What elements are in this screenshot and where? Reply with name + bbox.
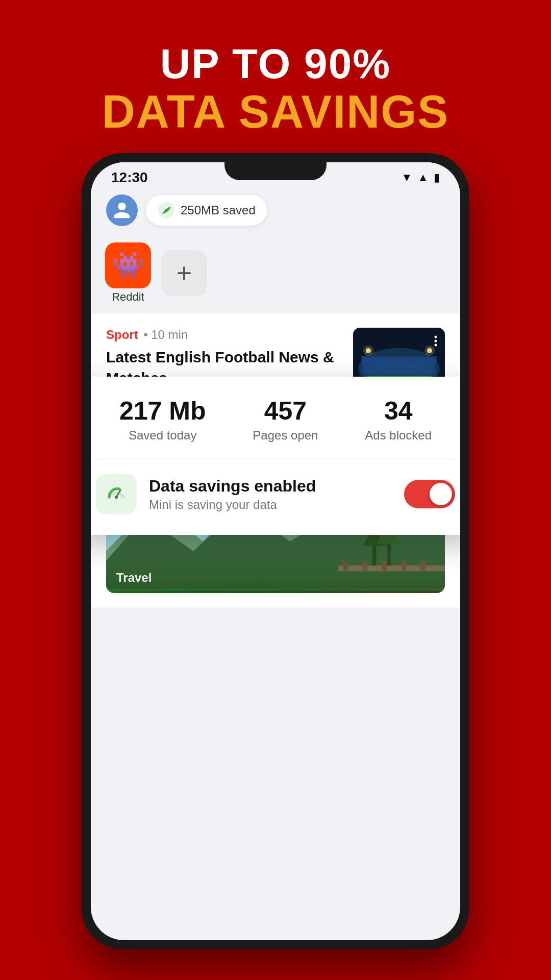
stats-row: 217 Mb Saved today 457 Pages open 34 Ads… [96,397,455,458]
svg-rect-27 [402,560,406,571]
news-category: Sport [106,328,138,341]
phone-screen: 12:30 ▼ ▲ ▮ 250MB saved [91,162,460,940]
plus-icon: + [177,260,192,286]
stat-pages-open: 457 Pages open [253,397,318,443]
svg-rect-25 [363,560,367,571]
data-savings-toggle[interactable] [404,480,455,508]
saved-today-label: Saved today [119,428,206,443]
savings-text: Data savings enabled Mini is saving your… [149,477,392,512]
svg-rect-8 [363,358,435,374]
browser-topbar: 250MB saved [91,190,460,233]
battery-icon: ▮ [434,171,440,184]
svg-rect-24 [343,560,348,571]
ads-blocked-label: Ads blocked [365,428,432,443]
reddit-tab-label: Reddit [112,290,144,304]
ads-blocked-value: 34 [365,397,432,425]
wifi-icon: ▼ [401,171,412,184]
promo-section: UP TO 90% DATA SAVINGS [0,0,551,158]
svg-rect-23 [338,566,445,571]
avatar[interactable] [106,194,138,226]
svg-point-12 [424,346,435,356]
news-time-since: • 10 min [143,328,188,341]
status-time: 12:30 [111,169,148,186]
svg-point-13 [435,336,437,338]
savings-icon-bg [96,474,137,514]
headline-image-label: Travel [116,571,152,585]
pages-open-label: Pages open [253,428,318,443]
tabs-area: 👾 Reddit + [91,233,460,313]
add-tab-button[interactable]: + [161,250,207,296]
promo-line1: UP TO 90% [0,41,551,87]
reddit-tab[interactable]: 👾 Reddit [105,242,151,304]
svg-rect-26 [382,560,387,571]
saved-badge-text: 250MB saved [181,203,256,217]
stat-ads-blocked: 34 Ads blocked [365,397,432,443]
news-meta: Sport • 10 min [106,328,343,342]
stat-saved-today: 217 Mb Saved today [119,397,206,443]
data-savings-icon [103,481,130,507]
phone-notch [224,162,327,180]
reddit-logo: 👾 [112,250,145,281]
data-saved-badge: 250MB saved [146,195,267,226]
reddit-icon-bg: 👾 [105,242,151,288]
promo-line2: DATA SAVINGS [0,87,551,137]
saved-today-value: 217 Mb [119,397,206,425]
svg-point-11 [363,346,373,356]
savings-subtitle: Mini is saving your data [149,498,392,512]
savings-title: Data savings enabled [149,477,392,496]
add-tab[interactable]: + [161,250,207,296]
svg-rect-28 [421,560,425,571]
svg-point-31 [115,496,118,499]
data-savings-row: Data savings enabled Mini is saving your… [96,474,455,514]
user-icon [112,201,132,220]
signal-icon: ▲ [417,171,429,184]
leaf-icon [157,201,176,219]
pages-open-value: 457 [253,397,318,425]
toggle-knob [430,483,452,505]
status-icons: ▼ ▲ ▮ [401,171,440,184]
popup-card: 217 Mb Saved today 457 Pages open 34 Ads… [91,377,460,535]
phone-mockup: 12:30 ▼ ▲ ▮ 250MB saved [82,153,469,949]
svg-point-15 [435,344,437,347]
svg-point-14 [435,340,437,342]
